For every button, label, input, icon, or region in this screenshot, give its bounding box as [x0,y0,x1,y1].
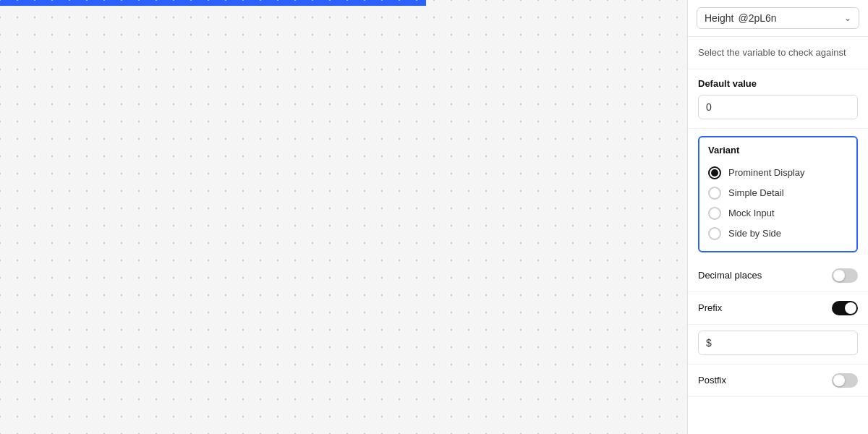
decimal-places-toggle-knob [833,270,845,281]
prefix-toggle[interactable] [832,301,858,315]
panel-header: Height @2pL6n ⌄ [688,0,868,37]
decimal-places-toggle[interactable] [832,268,858,283]
variant-label: Variant [708,145,848,156]
prefix-row: Prefix [688,292,868,325]
right-panel: Height @2pL6n ⌄ Select the variable to c… [687,0,868,434]
description-section: Select the variable to check against [688,37,868,69]
chevron-down-icon: ⌄ [844,13,851,23]
canvas-area [0,0,687,434]
prefix-value-section [688,325,868,365]
variant-option-label-prominent-display: Prominent Display [728,167,805,178]
radio-simple-detail[interactable] [708,187,721,200]
decimal-places-label: Decimal places [698,270,762,281]
dropdown-label: Height [705,12,733,24]
variant-section: Variant Prominent Display Simple Detail … [698,136,858,252]
default-value-label: Default value [698,78,858,89]
decimal-places-row: Decimal places [688,260,868,292]
default-value-section: Default value [688,69,868,129]
dropdown-value: @2pL6n [738,12,776,24]
postfix-row: Postfix [688,365,868,397]
variant-option-label-mock-input: Mock Input [728,208,775,218]
prefix-value-input[interactable] [698,331,858,355]
postfix-label: Postfix [698,375,726,386]
default-value-input[interactable] [698,95,858,119]
radio-prominent-display[interactable] [708,166,721,179]
variant-option-mock-input[interactable]: Mock Input [708,203,848,224]
height-dropdown[interactable]: Height @2pL6n ⌄ [697,7,859,29]
postfix-toggle-knob [833,375,845,386]
prefix-label: Prefix [698,302,722,313]
variant-option-prominent-display[interactable]: Prominent Display [708,163,848,183]
postfix-toggle[interactable] [832,373,858,388]
variant-option-side-by-side[interactable]: Side by Side [708,224,848,244]
variant-option-label-side-by-side: Side by Side [728,228,781,239]
radio-mock-input[interactable] [708,207,721,220]
description-text: Select the variable to check against [698,47,846,58]
variant-option-simple-detail[interactable]: Simple Detail [708,183,848,203]
prefix-toggle-knob [845,302,856,314]
dot-grid [0,0,687,434]
radio-side-by-side[interactable] [708,227,721,240]
variant-option-label-simple-detail: Simple Detail [728,187,784,198]
